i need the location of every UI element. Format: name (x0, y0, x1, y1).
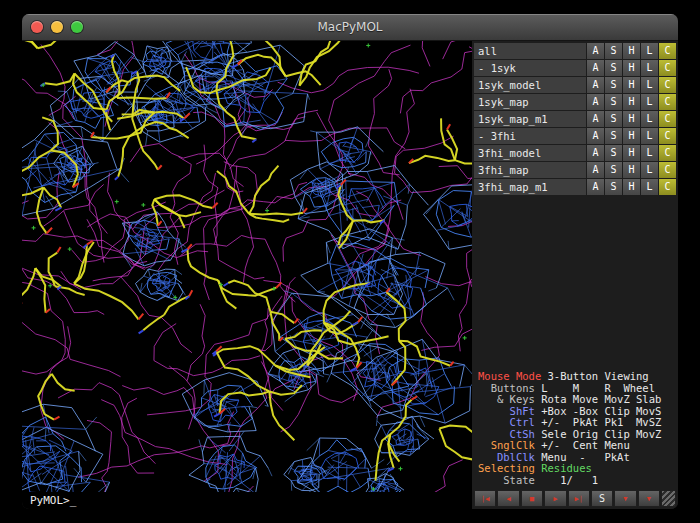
object-row: 1syk_map_m1ASHLC (474, 111, 676, 127)
h-menu-button[interactable]: H (623, 94, 640, 110)
mouse-panel-text: Sele Orig Clip MovZ (535, 428, 661, 440)
a-menu-button[interactable]: A (587, 111, 604, 127)
a-menu-button[interactable]: A (587, 145, 604, 161)
mouse-panel-text: DblClk (478, 451, 535, 463)
c-menu-button[interactable]: C (659, 179, 676, 195)
object-row-label[interactable]: all (474, 43, 586, 59)
mouse-panel-text: SnglClk (478, 439, 535, 451)
h-menu-button[interactable]: H (623, 128, 640, 144)
rewind-button[interactable]: |◀ (474, 490, 496, 507)
object-row: allASHLC (474, 43, 676, 59)
mouse-panel-text: +Box -Box Clip MovS (535, 405, 661, 417)
a-menu-button[interactable]: A (587, 128, 604, 144)
mouse-panel-text: L M R Wheel (535, 382, 655, 394)
object-row: - 1sykASHLC (474, 60, 676, 76)
object-row-label[interactable]: 3fhi_map (474, 162, 586, 178)
s-menu-button[interactable]: S (605, 111, 622, 127)
l-menu-button[interactable]: L (641, 145, 658, 161)
minimize-button-icon[interactable] (51, 21, 63, 33)
s-menu-button[interactable]: S (605, 128, 622, 144)
mouse-panel-text: 1/ 1 (535, 474, 598, 486)
a-menu-button[interactable]: A (587, 77, 604, 93)
c-menu-button[interactable]: C (659, 128, 676, 144)
l-menu-button[interactable]: L (641, 111, 658, 127)
mouse-panel-text: Selecting (478, 462, 535, 474)
a-menu-button[interactable]: A (587, 43, 604, 59)
l-menu-button[interactable]: L (641, 179, 658, 195)
step-back-button[interactable]: ◀ (497, 490, 519, 507)
h-menu-button[interactable]: H (623, 111, 640, 127)
vcr-controls: |◀◀■▶▶|S▼▼ (474, 490, 676, 507)
object-row-label[interactable]: - 3fhi (474, 128, 586, 144)
object-row-label[interactable]: - 1syk (474, 60, 586, 76)
mouse-panel-text: Menu - PkAt (535, 451, 630, 463)
object-row: 3fhi_mapASHLC (474, 162, 676, 178)
s-button[interactable]: S (591, 490, 613, 507)
command-prompt[interactable]: PyMOL>_ (22, 492, 472, 509)
mouse-panel-text: Mouse Mode (478, 370, 541, 382)
play-button[interactable]: ▶ (544, 490, 566, 507)
resize-grip-icon[interactable] (661, 490, 676, 507)
step-forward-button[interactable]: ▶| (568, 490, 590, 507)
a-menu-button[interactable]: A (587, 179, 604, 195)
s-menu-button[interactable]: S (605, 60, 622, 76)
l-menu-button[interactable]: L (641, 43, 658, 59)
zoom-button-icon[interactable] (71, 21, 83, 33)
s-menu-button[interactable]: S (605, 77, 622, 93)
l-menu-button[interactable]: L (641, 77, 658, 93)
s-menu-button[interactable]: S (605, 179, 622, 195)
object-row-label[interactable]: 3fhi_model (474, 145, 586, 161)
c-menu-button[interactable]: C (659, 145, 676, 161)
mouse-panel-text: 3-Button Viewing (541, 370, 648, 382)
h-menu-button[interactable]: H (623, 77, 640, 93)
object-row: 3fhi_map_m1ASHLC (474, 179, 676, 195)
object-row: 3fhi_modelASHLC (474, 145, 676, 161)
s-menu-button[interactable]: S (605, 43, 622, 59)
l-menu-button[interactable]: L (641, 94, 658, 110)
titlebar[interactable]: MacPyMOL (22, 14, 678, 41)
object-row-label[interactable]: 1syk_map (474, 94, 586, 110)
object-row: 1syk_mapASHLC (474, 94, 676, 110)
a-menu-button[interactable]: A (587, 94, 604, 110)
object-row: 1syk_modelASHLC (474, 77, 676, 93)
stop-button[interactable]: ■ (521, 490, 543, 507)
dropdown-button-1[interactable]: ▼ (614, 490, 636, 507)
h-menu-button[interactable]: H (623, 179, 640, 195)
object-row-label[interactable]: 1syk_model (474, 77, 586, 93)
s-menu-button[interactable]: S (605, 94, 622, 110)
c-menu-button[interactable]: C (659, 77, 676, 93)
mouse-panel-text: Buttons (478, 382, 535, 394)
c-menu-button[interactable]: C (659, 111, 676, 127)
l-menu-button[interactable]: L (641, 60, 658, 76)
h-menu-button[interactable]: H (623, 43, 640, 59)
object-list: allASHLC- 1sykASHLC1syk_modelASHLC1syk_m… (474, 43, 676, 196)
dropdown-button-2[interactable]: ▼ (638, 490, 660, 507)
h-menu-button[interactable]: H (623, 162, 640, 178)
close-button-icon[interactable] (31, 21, 43, 33)
mouse-panel-text: Ctrl (478, 416, 535, 428)
h-menu-button[interactable]: H (623, 145, 640, 161)
mouse-panel-text: ShFt (478, 405, 535, 417)
s-menu-button[interactable]: S (605, 145, 622, 161)
mouse-panel-text: Residues (535, 462, 592, 474)
s-menu-button[interactable]: S (605, 162, 622, 178)
a-menu-button[interactable]: A (587, 60, 604, 76)
a-menu-button[interactable]: A (587, 162, 604, 178)
h-menu-button[interactable]: H (623, 60, 640, 76)
mouse-panel-text: +/- Cent Menu (535, 439, 630, 451)
l-menu-button[interactable]: L (641, 128, 658, 144)
control-panel: allASHLC- 1sykASHLC1syk_modelASHLC1syk_m… (472, 41, 678, 509)
molecule-viewport-3d[interactable] (22, 41, 472, 492)
window-title: MacPyMOL (317, 20, 382, 34)
c-menu-button[interactable]: C (659, 43, 676, 59)
mouse-panel-text: CtSh (478, 428, 535, 440)
l-menu-button[interactable]: L (641, 162, 658, 178)
app-window: MacPyMOL PyMOL>_ allASHLC- 1sykASHLC1syk… (22, 14, 678, 509)
c-menu-button[interactable]: C (659, 162, 676, 178)
mouse-panel-text: Rota Move MovZ Slab (535, 393, 661, 405)
c-menu-button[interactable]: C (659, 60, 676, 76)
mouse-panel-text: +/- PkAt Pk1 MvSZ (535, 416, 661, 428)
c-menu-button[interactable]: C (659, 94, 676, 110)
object-row-label[interactable]: 3fhi_map_m1 (474, 179, 586, 195)
object-row-label[interactable]: 1syk_map_m1 (474, 111, 586, 127)
